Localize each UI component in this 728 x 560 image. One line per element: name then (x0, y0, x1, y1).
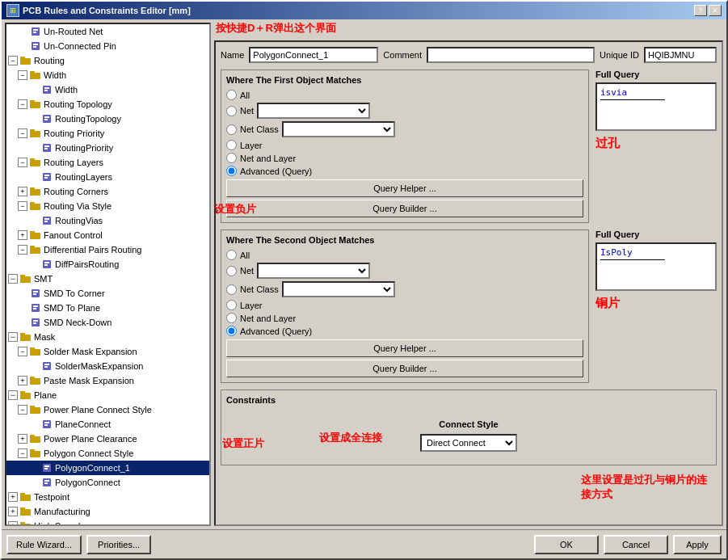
second-query-underline (600, 259, 665, 260)
tree-item[interactable]: −Polygon Connect Style (6, 446, 209, 461)
tree-item[interactable]: RoutingLayers (6, 170, 209, 184)
close-button[interactable]: ✕ (709, 5, 722, 16)
tree-item[interactable]: Un-Connected Pin (6, 39, 209, 53)
rule-icon (40, 141, 53, 154)
tree-item[interactable]: −SMT (6, 272, 209, 286)
first-all-radio[interactable] (226, 90, 237, 100)
second-netclass-combo[interactable] (282, 281, 395, 297)
tree-item[interactable]: RoutingTopology (6, 112, 209, 126)
second-query-builder-btn[interactable]: Query Builder ... (226, 360, 583, 377)
first-query-builder-btn[interactable]: Query Builder ... (226, 200, 583, 217)
tree-expand-btn[interactable]: − (18, 128, 27, 138)
cancel-btn[interactable]: Cancel (604, 535, 668, 554)
tree-item[interactable]: Un-Routed Net (6, 24, 209, 39)
tree-item[interactable]: −Solder Mask Expansion (6, 344, 209, 359)
tree-expand-btn[interactable]: + (18, 434, 27, 444)
tree-item[interactable]: +High Speed (6, 519, 209, 526)
tree-item[interactable]: +Routing Corners (6, 184, 209, 199)
unique-id-input[interactable] (644, 47, 717, 63)
tree-item[interactable]: SMD Neck-Down (6, 315, 209, 330)
name-input[interactable] (249, 47, 378, 63)
tree-expand-btn[interactable]: − (18, 448, 27, 458)
tree-expand-btn[interactable]: − (8, 390, 18, 400)
tree-item[interactable]: −Differential Pairs Routing (6, 242, 209, 257)
tree-expand-btn[interactable]: − (8, 274, 18, 284)
tree-item[interactable]: +Manufacturing (6, 504, 209, 519)
first-net-combo[interactable] (257, 103, 370, 119)
first-advanced-radio[interactable] (226, 166, 237, 176)
tree-item[interactable]: −Routing Priority (6, 126, 209, 141)
tree-item[interactable]: −Power Plane Connect Style (6, 402, 209, 417)
first-query-helper-btn[interactable]: Query Helper ... (226, 179, 583, 197)
tree-expand-btn[interactable]: − (8, 332, 18, 342)
tree-expand-btn[interactable]: + (8, 492, 18, 502)
help-button[interactable]: ? (694, 5, 707, 16)
second-netclass-radio[interactable] (226, 284, 237, 295)
tree-expand-btn[interactable]: − (18, 158, 27, 167)
tree-expand-btn[interactable]: − (8, 56, 18, 65)
tree-expand-btn[interactable]: − (18, 245, 27, 255)
first-netlayer-radio[interactable] (226, 153, 237, 163)
connect-style-select[interactable]: Direct Connect Relief Connect No Connect (420, 434, 517, 452)
tree-expand-btn[interactable]: − (18, 70, 27, 80)
tree-expand-btn[interactable]: − (18, 347, 27, 356)
tree-item[interactable]: RoutingPriority (6, 141, 209, 155)
tree-item[interactable]: −Routing (6, 53, 209, 68)
tree-expand-btn[interactable]: − (18, 99, 27, 109)
tree-item[interactable]: PolygonConnect_1 (6, 461, 209, 475)
first-netclass-radio[interactable] (226, 124, 237, 135)
tree-expand-btn[interactable]: + (18, 376, 27, 385)
tree-item[interactable]: SMD To Corner (6, 286, 209, 301)
svg-rect-4 (33, 44, 38, 45)
rule-icon (29, 40, 42, 53)
first-netclass-combo[interactable] (282, 121, 395, 137)
second-net-radio[interactable] (226, 266, 237, 276)
tree-expand-btn[interactable]: − (18, 201, 27, 211)
tree-item[interactable]: +Testpoint (6, 490, 209, 504)
apply-btn[interactable]: Apply (673, 535, 722, 554)
tree-item-label: Paste Mask Expansion (44, 376, 134, 385)
tree-item[interactable]: −Routing Topology (6, 97, 209, 112)
comment-input[interactable] (427, 47, 595, 63)
tree-item-label: Fanout Control (44, 230, 103, 240)
tree-item-label: RoutingLayers (55, 172, 112, 182)
tree-item[interactable]: SolderMaskExpansion (6, 359, 209, 373)
tree-item[interactable]: +Power Plane Clearance (6, 432, 209, 446)
tree-expand-btn[interactable]: − (18, 405, 27, 415)
rule-wizard-btn[interactable]: Rule Wizard... (6, 535, 82, 554)
svg-rect-43 (20, 275, 25, 277)
tree-item[interactable]: +Fanout Control (6, 228, 209, 242)
folder-icon (29, 374, 42, 387)
second-net-combo[interactable] (257, 263, 370, 279)
svg-rect-1 (33, 29, 38, 31)
tree-item[interactable]: Width (6, 82, 209, 97)
ok-btn[interactable]: OK (534, 535, 599, 554)
tree-item[interactable]: −Mask (6, 330, 209, 344)
tree-item[interactable]: PlaneConnect (6, 417, 209, 432)
priorities-btn[interactable]: Priorities... (86, 535, 151, 554)
tree-item[interactable]: DiffPairsRouting (6, 257, 209, 272)
second-layer-radio[interactable] (226, 300, 237, 310)
folder-icon (29, 432, 42, 445)
second-advanced-radio[interactable] (226, 326, 237, 336)
second-query-helper-btn[interactable]: Query Helper ... (226, 339, 583, 357)
tree-item[interactable]: SMD To Plane (6, 301, 209, 315)
tree-item[interactable]: PolygonConnect (6, 475, 209, 490)
second-all-radio[interactable] (226, 250, 237, 260)
tree-expand-btn[interactable]: + (8, 521, 18, 526)
first-layer-radio[interactable] (226, 140, 237, 150)
svg-rect-63 (20, 391, 25, 394)
first-net-radio[interactable] (226, 106, 237, 116)
tree-item[interactable]: −Routing Layers (6, 155, 209, 170)
svg-rect-24 (30, 158, 35, 161)
tree-item[interactable]: −Width (6, 68, 209, 82)
tree-item[interactable]: +Paste Mask Expansion (6, 373, 209, 388)
tree-item[interactable]: RoutingVias (6, 213, 209, 228)
tree-item[interactable]: −Routing Via Style (6, 199, 209, 213)
tree-expand-btn[interactable]: + (8, 507, 18, 516)
tree-item[interactable]: −Plane (6, 388, 209, 402)
tree-expand-btn[interactable]: + (18, 187, 27, 196)
tree-expand-btn[interactable]: + (18, 230, 27, 240)
second-netlayer-radio[interactable] (226, 313, 237, 323)
tree-panel[interactable]: Un-Routed NetUn-Connected Pin−Routing−Wi… (5, 23, 211, 526)
